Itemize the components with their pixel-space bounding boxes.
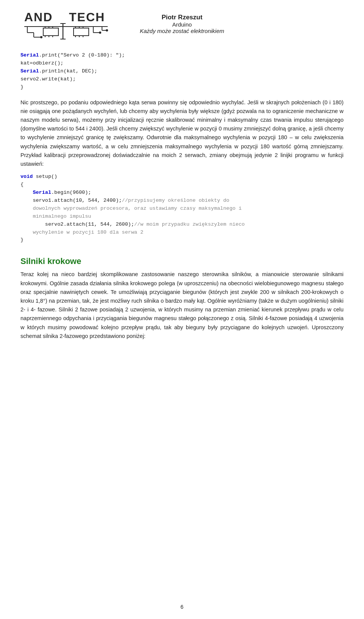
- code-block-top: Serial.print("Servo 2 (0-180): "); kat=o…: [20, 52, 344, 91]
- code-setup-fn: setup(): [33, 174, 57, 179]
- code-text-4: servo2: [20, 76, 39, 82]
- code-brace-open: {: [20, 182, 24, 187]
- svg-text:AND: AND: [24, 10, 53, 24]
- svg-text:TECH: TECH: [69, 10, 105, 24]
- svg-point-7: [40, 36, 42, 38]
- code-indent-3: servo2.attach(11, 544, 2600);//w moim pr…: [20, 222, 245, 227]
- code-text-1: .print("Servo 2 (0-180): ");: [39, 52, 125, 58]
- author-name: Piotr Rzeszut: [119, 14, 245, 21]
- svg-point-30: [106, 29, 108, 31]
- code-indent-1: [20, 190, 33, 195]
- header-info: Piotr Rzeszut Arduino Każdy może zostać …: [119, 14, 245, 34]
- subtitle2: Każdy może zostać elektronikiem: [119, 28, 245, 34]
- svg-rect-18: [74, 28, 89, 36]
- logo-svg: AND TECH: [20, 7, 111, 41]
- code-comment-2: minimalnego impulsu: [20, 214, 91, 219]
- code-comment-1: dowolnych wyprowadzeń procesora, oraz us…: [20, 206, 242, 211]
- code-block-setup: void setup() { Serial.begin(9600); servo…: [20, 173, 344, 244]
- svg-rect-8: [43, 28, 58, 36]
- paragraph1: Nic prostszego, po podaniu odpowiedniego…: [20, 98, 344, 169]
- page-number: 6: [180, 604, 184, 610]
- code-serial-kw: Serial: [33, 190, 51, 195]
- code-void: void: [20, 174, 33, 179]
- code-kw-serial2: Serial: [20, 68, 39, 74]
- page: AND TECH: [0, 0, 364, 619]
- code-text-2: kat=odbierz();: [20, 60, 63, 66]
- svg-point-27: [99, 31, 101, 34]
- code-kw-serial1: Serial: [20, 52, 39, 58]
- section-heading: Silniki krokowe: [20, 256, 344, 266]
- code-text-5: .write(kat);: [39, 76, 76, 82]
- subtitle1: Arduino: [119, 21, 245, 28]
- code-text-6: }: [20, 84, 24, 90]
- code-indent-2: servo1.attach(10, 544, 2400);//przypisuj…: [20, 198, 229, 203]
- code-comment-3: wychylenie w pozycji 180 dla serwa 2: [20, 229, 143, 235]
- code-brace-close: }: [20, 237, 24, 243]
- code-serial-begin: .begin(9600);: [51, 190, 91, 195]
- paragraph2: Teraz kolej na nieco bardziej skomplikow…: [20, 270, 344, 341]
- logo-area: AND TECH: [20, 7, 119, 41]
- header: AND TECH: [20, 0, 344, 45]
- code-text-3: .println(kat, DEC);: [39, 68, 97, 74]
